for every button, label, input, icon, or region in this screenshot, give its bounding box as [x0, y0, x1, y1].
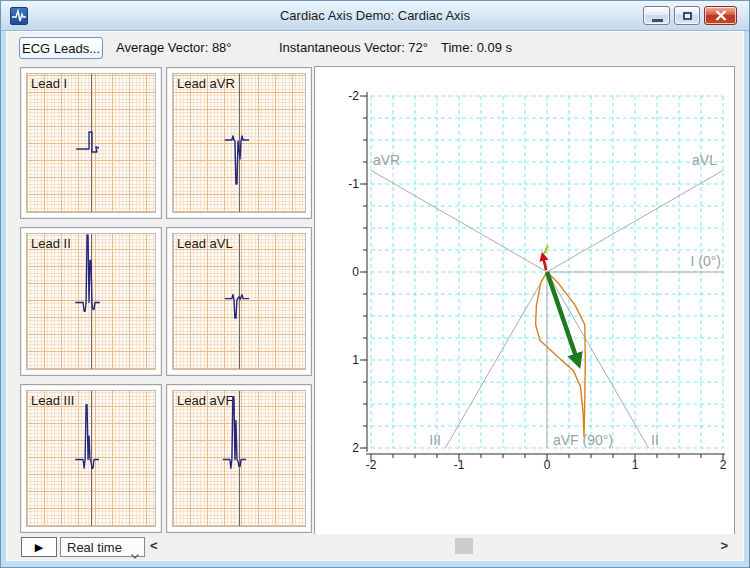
- client-area: ECG Leads... Average Vector: 88° Instant…: [6, 31, 744, 561]
- axes: -2-1012-2-1012: [348, 89, 726, 472]
- lead-axis-label: aVL: [692, 152, 717, 168]
- lead-axis-label: III: [429, 432, 441, 448]
- app-window: Cardiac Axis Demo: Cardiac Axis ECG Lead…: [0, 0, 750, 568]
- x-tick-label: -2: [366, 458, 377, 472]
- ecg-grid: Lead aVR: [172, 73, 306, 213]
- qrs-trace: [75, 235, 100, 311]
- lead-title: Lead aVR: [177, 76, 235, 91]
- qrs-trace: [225, 295, 249, 318]
- transport-bar: ▶ Real time < >: [7, 534, 743, 560]
- lead-axis-label: aVF (90°): [553, 432, 613, 448]
- instantaneous-vector-label: Instantaneous Vector: 72°: [279, 40, 428, 55]
- lead-axis-label: aVR: [373, 152, 400, 168]
- speed-select[interactable]: Real time: [60, 537, 145, 557]
- ecg-waveform: [27, 234, 155, 369]
- restore-icon: [683, 12, 692, 20]
- ecg-waveform: [27, 391, 155, 526]
- chevron-down-icon: [131, 545, 139, 550]
- ecg-grid: Lead aVL: [172, 233, 306, 370]
- hexaxial-plot: aVRaVLI (0°)IIIIIaVF (90°)-2-1012-2-1012: [315, 67, 734, 537]
- y-tick-label: 0: [352, 265, 359, 279]
- play-button[interactable]: ▶: [21, 537, 57, 557]
- window-controls: [643, 6, 737, 25]
- x-tick-label: -1: [454, 458, 465, 472]
- lead-title: Lead I: [31, 76, 67, 91]
- cardiac-axis-diagram: aVRaVLI (0°)IIIIIaVF (90°)-2-1012-2-1012: [314, 66, 735, 538]
- lead-panel-iii[interactable]: Lead III: [20, 384, 162, 533]
- play-icon: ▶: [35, 541, 43, 553]
- window-title: Cardiac Axis Demo: Cardiac Axis: [1, 8, 749, 23]
- scroll-left-arrow[interactable]: <: [150, 538, 158, 553]
- ecg-grid: Lead III: [26, 390, 156, 527]
- lead-title: Lead aVL: [177, 236, 233, 251]
- close-icon: [715, 8, 726, 23]
- lead-thumbnails: Lead I Lead aVR Lead II: [20, 67, 312, 533]
- lead-axis-label: II: [651, 432, 659, 448]
- qrs-trace: [75, 405, 99, 469]
- x-tick-label: 2: [720, 458, 727, 472]
- ecg-waveform: [27, 74, 155, 212]
- lead-panel-avf[interactable]: Lead aVF: [166, 384, 312, 533]
- lead-title: Lead III: [31, 393, 74, 408]
- minimize-button[interactable]: [643, 6, 670, 25]
- lead-title: Lead II: [31, 236, 71, 251]
- ecg-grid: Lead II: [26, 233, 156, 370]
- y-tick-label: 1: [352, 353, 359, 367]
- title-bar[interactable]: Cardiac Axis Demo: Cardiac Axis: [1, 1, 749, 31]
- scroll-right-arrow[interactable]: >: [720, 538, 728, 553]
- red-vector-arrow: [543, 254, 547, 270]
- x-tick-label: 1: [632, 458, 639, 472]
- lead-panel-ii[interactable]: Lead II: [20, 227, 162, 376]
- minimize-icon: [652, 19, 663, 22]
- lead-panel-i[interactable]: Lead I: [20, 67, 162, 219]
- close-button[interactable]: [704, 6, 737, 25]
- vector-loop: [536, 272, 586, 437]
- main-content: Lead I Lead aVR Lead II: [7, 62, 743, 538]
- qrs-trace: [225, 136, 249, 184]
- y-tick-label: -1: [348, 177, 359, 191]
- ecg-waveform: [173, 234, 305, 369]
- y-tick-label: 2: [352, 441, 359, 455]
- restore-button[interactable]: [674, 6, 700, 25]
- ecg-grid: Lead I: [26, 73, 156, 213]
- scrollbar-thumb[interactable]: [455, 538, 473, 554]
- x-tick-label: 0: [544, 458, 551, 472]
- qrs-trace: [76, 132, 99, 152]
- toolbar: ECG Leads... Average Vector: 88° Instant…: [7, 32, 743, 62]
- speed-select-value: Real time: [67, 540, 122, 555]
- time-label: Time: 0.09 s: [441, 40, 512, 55]
- lead-axis-label: I (0°): [691, 253, 722, 269]
- y-tick-label: -2: [348, 89, 359, 103]
- ecg-waveform: [173, 391, 305, 526]
- ecg-grid: Lead aVF: [172, 390, 306, 527]
- ecg-leads-button[interactable]: ECG Leads...: [19, 37, 103, 59]
- lead-panel-avl[interactable]: Lead aVL: [166, 227, 312, 376]
- lead-title: Lead aVF: [177, 393, 233, 408]
- lead-panel-avr[interactable]: Lead aVR: [166, 67, 312, 219]
- ecg-waveform: [173, 74, 305, 212]
- average-vector-label: Average Vector: 88°: [116, 40, 232, 55]
